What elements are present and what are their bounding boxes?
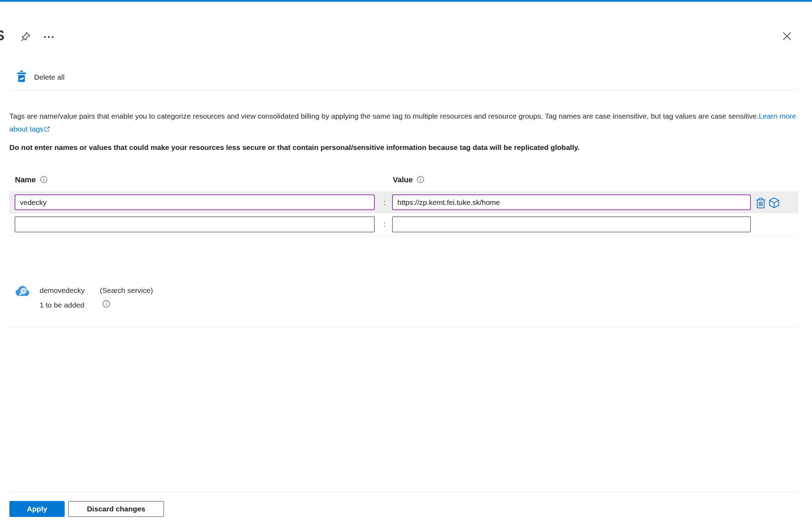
name-column-header: Name — [15, 175, 48, 185]
external-link-icon — [44, 123, 50, 136]
more-icon — [44, 36, 54, 38]
tag-separator: : — [381, 220, 388, 228]
delete-tag-row-button[interactable] — [756, 198, 766, 208]
pin-icon — [21, 31, 31, 43]
edit-tags-blade: S Delete all — [0, 0, 812, 526]
delete-all-button[interactable]: Delete all — [15, 70, 67, 85]
delete-all-checked-trash-icon — [17, 71, 26, 84]
toolbar-divider — [9, 90, 798, 90]
blade-title-fragment: S — [0, 27, 5, 44]
delete-all-label: Delete all — [34, 73, 65, 81]
footer-divider — [9, 492, 798, 492]
value-header-label: Value — [393, 175, 413, 184]
discard-changes-button[interactable]: Discard changes — [68, 501, 164, 517]
tag-separator: : — [381, 198, 388, 207]
tag-name-input-row2[interactable] — [15, 216, 375, 232]
name-info-button[interactable] — [40, 176, 48, 184]
trash-icon — [756, 204, 766, 209]
tag-resource-button[interactable] — [769, 197, 779, 208]
close-icon — [782, 31, 792, 42]
resource-type: (Search service) — [100, 286, 153, 295]
value-column-header: Value — [393, 175, 424, 185]
cube-icon — [769, 204, 779, 209]
name-header-label: Name — [15, 175, 36, 184]
more-commands-button[interactable] — [42, 33, 56, 41]
search-service-cloud-icon — [15, 285, 30, 298]
close-blade-button[interactable] — [781, 30, 793, 43]
summary-divider — [9, 328, 798, 328]
pin-button[interactable] — [19, 31, 32, 43]
info-icon — [102, 304, 110, 309]
rows-divider — [9, 236, 798, 236]
info-icon — [417, 176, 424, 184]
security-warning-text: Do not enter names or values that could … — [9, 141, 804, 154]
top-accent-bar — [0, 0, 812, 2]
pending-changes-info-button[interactable] — [102, 300, 110, 308]
tag-value-input-row1[interactable] — [392, 194, 751, 210]
pending-changes-label: 1 to be added — [40, 301, 84, 309]
tags-description-paragraph: Tags are name/value pairs that enable yo… — [9, 110, 804, 136]
info-icon — [40, 176, 48, 184]
tag-value-input-row2[interactable] — [392, 216, 751, 232]
tags-description-text: Tags are name/value pairs that enable yo… — [9, 112, 759, 120]
value-info-button[interactable] — [417, 176, 424, 184]
tag-name-input-row1[interactable] — [15, 194, 375, 210]
apply-button[interactable]: Apply — [9, 501, 65, 517]
resource-name: demovedecky — [40, 286, 85, 295]
